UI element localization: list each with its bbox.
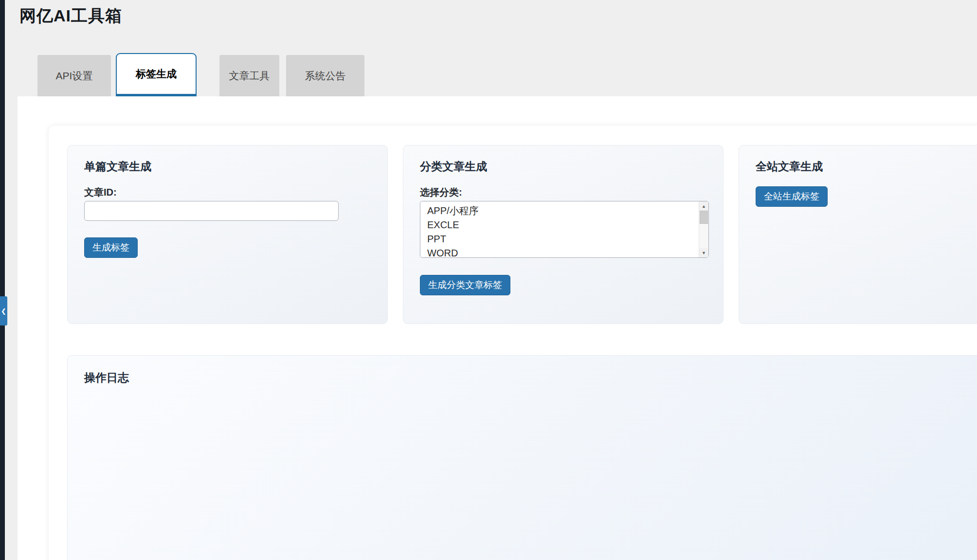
article-id-label: 文章ID: <box>84 186 371 198</box>
category-article-card-title: 分类文章生成 <box>420 160 706 173</box>
article-id-input[interactable] <box>84 201 339 221</box>
category-option[interactable]: APP/小程序 <box>427 204 698 218</box>
sidebar-collapse-handle[interactable]: ❮ <box>0 296 7 325</box>
arrow-up-icon: ▲ <box>702 204 706 209</box>
operation-log-title: 操作日志 <box>84 370 977 385</box>
tab-content-area: 单篇文章生成 文章ID: 生成标签 分类文章生成 选择分类: APP/小程序 E… <box>18 96 977 560</box>
generate-category-tags-button[interactable]: 生成分类文章标签 <box>420 275 510 295</box>
listbox-scrollbar[interactable]: ▲ ▼ <box>699 201 708 257</box>
generator-cards-row: 单篇文章生成 文章ID: 生成标签 分类文章生成 选择分类: APP/小程序 E… <box>67 145 977 324</box>
site-article-card: 全站文章生成 全站生成标签 <box>739 145 977 324</box>
select-category-label: 选择分类: <box>420 186 706 198</box>
category-options: APP/小程序 EXCLE PPT WORD <box>420 201 698 257</box>
operation-log-card: 操作日志 <box>67 355 977 560</box>
tab-api-settings[interactable]: API设置 <box>37 55 111 96</box>
generate-tags-button[interactable]: 生成标签 <box>84 237 138 258</box>
tab-article-tools[interactable]: 文章工具 <box>219 55 279 96</box>
scroll-up-button[interactable]: ▲ <box>699 201 708 211</box>
category-listbox[interactable]: APP/小程序 EXCLE PPT WORD ▲ ▼ <box>420 201 709 258</box>
scrollbar-thumb[interactable] <box>700 211 708 224</box>
chevron-left-icon: ❮ <box>1 307 6 315</box>
site-article-card-title: 全站文章生成 <box>756 160 977 173</box>
single-article-card-title: 单篇文章生成 <box>84 160 371 173</box>
category-article-card: 分类文章生成 选择分类: APP/小程序 EXCLE PPT WORD ▲ <box>403 145 724 324</box>
left-edge-bar <box>0 0 5 560</box>
main-panel: 单篇文章生成 文章ID: 生成标签 分类文章生成 选择分类: APP/小程序 E… <box>49 126 977 560</box>
generate-site-tags-button[interactable]: 全站生成标签 <box>756 186 828 207</box>
page-title: 网亿AI工具箱 <box>19 5 122 27</box>
single-article-card: 单篇文章生成 文章ID: 生成标签 <box>67 145 388 324</box>
tab-system-announcements[interactable]: 系统公告 <box>286 55 364 96</box>
scroll-down-button[interactable]: ▼ <box>699 248 708 257</box>
category-option[interactable]: WORD <box>427 246 698 258</box>
tab-tag-generation[interactable]: 标签生成 <box>116 53 197 96</box>
arrow-down-icon: ▼ <box>702 251 706 255</box>
category-option[interactable]: EXCLE <box>427 218 698 232</box>
tab-bar: API设置 标签生成 文章工具 系统公告 <box>37 53 364 96</box>
category-option[interactable]: PPT <box>427 232 698 246</box>
